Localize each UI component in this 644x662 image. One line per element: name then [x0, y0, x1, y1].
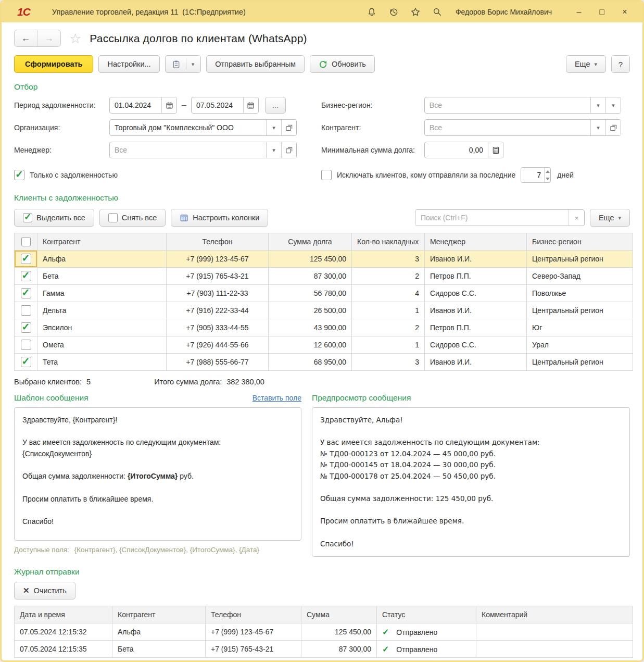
calendar-icon[interactable] — [161, 97, 176, 113]
exclude-days-input[interactable] — [521, 168, 544, 182]
stepper-up-icon[interactable] — [545, 168, 550, 175]
clients-table: Контрагент Телефон Сумма долга Кол-во на… — [14, 233, 633, 371]
row-checkbox[interactable] — [21, 288, 31, 298]
log-section-title: Журнал отправки — [14, 567, 630, 577]
paste-dropdown-button[interactable]: ▾ — [165, 55, 201, 73]
counterparty-input[interactable] — [425, 120, 590, 135]
more-button[interactable]: Еще ▾ — [566, 55, 606, 73]
column-header[interactable]: Контрагент — [37, 233, 167, 251]
column-header[interactable]: Телефон — [167, 233, 269, 251]
period-to-input[interactable] — [192, 97, 243, 113]
exclude-recent-checkbox[interactable] — [321, 170, 332, 180]
selected-count-label: Выбрано клиентов: — [14, 378, 82, 386]
cell-debt: 68 950,00 — [269, 354, 352, 371]
clear-all-label: Снять все — [122, 214, 157, 222]
cell-name: Дельта — [37, 302, 167, 319]
period-dash: – — [182, 101, 186, 110]
period-more-button[interactable]: ... — [265, 97, 286, 114]
chevron-down-icon[interactable]: ▾ — [605, 97, 621, 113]
notifications-bell-icon[interactable] — [363, 5, 381, 19]
cell-comment — [476, 641, 633, 658]
row-checkbox[interactable] — [21, 357, 31, 367]
column-header[interactable]: Кол-во накладных — [352, 233, 425, 251]
table-row[interactable]: 07.05.2024 12:15:32 Альфа +7 (999) 123-4… — [15, 623, 633, 641]
cell-invoices: 3 — [352, 354, 425, 371]
counterparty-combo: ▾ — [424, 119, 621, 136]
table-row[interactable]: Альфа +7 (999) 123-45-67 125 450,00 3 Ив… — [15, 251, 633, 268]
minimize-button[interactable]: – — [570, 5, 588, 19]
column-header[interactable]: Комментарий — [476, 606, 633, 623]
favorites-star-icon[interactable] — [407, 5, 424, 19]
generate-button[interactable]: Сформировать — [14, 55, 93, 73]
column-header[interactable]: Контрагент — [112, 606, 206, 623]
min-debt-input[interactable] — [425, 142, 488, 158]
table-row[interactable]: Дельта +7 (916) 222-33-44 26 500,00 1 Ив… — [15, 302, 633, 319]
row-checkbox[interactable] — [21, 271, 31, 281]
message-template-textarea[interactable]: Здравствуйте, {Контрагент}! У вас имеетс… — [14, 407, 301, 541]
table-row[interactable]: Гамма +7 (903) 111-22-33 56 780,00 4 Сид… — [15, 285, 633, 302]
row-checkbox[interactable] — [21, 305, 31, 316]
calculator-icon[interactable] — [488, 142, 503, 158]
close-button[interactable]: × — [615, 5, 634, 19]
maximize-button[interactable]: □ — [592, 5, 611, 19]
period-from-input[interactable] — [110, 97, 161, 113]
chevron-down-icon[interactable]: ▾ — [266, 120, 281, 135]
column-header[interactable]: Бизнес-регион — [527, 233, 633, 251]
chevron-down-icon[interactable]: ▾ — [590, 120, 605, 135]
clear-search-icon[interactable]: × — [569, 210, 584, 226]
settings-button[interactable]: Настройки... — [98, 55, 159, 73]
select-all-button[interactable]: Выделить все — [14, 209, 94, 227]
cell-manager: Сидоров С.С. — [425, 285, 527, 302]
refresh-button[interactable]: Обновить — [310, 55, 375, 73]
open-item-icon[interactable] — [281, 142, 296, 158]
row-checkbox[interactable] — [21, 322, 31, 333]
cell-phone: +7 (916) 222-33-44 — [167, 302, 269, 319]
search-icon[interactable] — [428, 5, 446, 19]
manager-input[interactable] — [110, 142, 266, 158]
region-combo: ▾ ▾ — [424, 97, 621, 114]
back-button[interactable]: ← — [15, 30, 37, 46]
open-item-icon[interactable] — [605, 120, 621, 135]
chevron-down-icon[interactable]: ▾ — [590, 97, 605, 113]
help-button[interactable]: ? — [611, 55, 630, 73]
history-icon[interactable] — [385, 5, 402, 19]
search-input[interactable] — [415, 210, 569, 226]
configure-columns-button[interactable]: Настроить колонки — [171, 209, 268, 227]
column-header[interactable]: Менеджер — [425, 233, 527, 251]
clear-log-button[interactable]: ✕ Очистить — [14, 582, 75, 599]
column-header[interactable]: Телефон — [206, 606, 301, 623]
table-row[interactable]: Омега +7 (926) 444-55-66 12 600,00 1 Сид… — [15, 336, 633, 354]
column-header[interactable]: Дата и время — [15, 606, 112, 623]
send-selected-button[interactable]: Отправить выбранным — [206, 55, 305, 73]
more-label: Еще — [575, 60, 590, 68]
table-row[interactable]: Бета +7 (915) 765-43-21 87 300,00 2 Петр… — [15, 268, 633, 285]
column-header[interactable]: Статус — [377, 606, 476, 623]
cell-debt: 43 900,00 — [269, 319, 352, 336]
preview-column: Предпросмотр сообщения Здравствуйте, Аль… — [312, 393, 630, 557]
clients-more-button[interactable]: Еще ▾ — [590, 209, 630, 227]
table-row[interactable]: Тета +7 (988) 555-66-77 68 950,00 3 Иван… — [15, 354, 633, 371]
user-name[interactable]: Федоров Борис Михайлович — [456, 8, 552, 16]
organization-input[interactable] — [110, 120, 266, 135]
calendar-icon[interactable] — [243, 97, 258, 113]
row-checkbox[interactable] — [21, 254, 31, 264]
chevron-down-icon[interactable]: ▾ — [266, 142, 281, 158]
select-all-header-checkbox[interactable] — [21, 237, 31, 246]
region-input[interactable] — [425, 97, 590, 113]
status-text: Отправлено — [396, 628, 437, 636]
cell-name: Бета — [112, 641, 206, 658]
column-header[interactable]: Сумма долга — [269, 233, 352, 251]
insert-field-link[interactable]: Вставить поле — [252, 394, 301, 402]
stepper-down-icon[interactable] — [545, 175, 550, 182]
table-row[interactable]: Эпсилон +7 (905) 333-44-55 43 900,00 2 П… — [15, 319, 633, 336]
open-item-icon[interactable] — [281, 120, 296, 135]
column-header[interactable]: Сумма — [301, 606, 377, 623]
search-field: × — [415, 209, 585, 226]
cell-invoices: 3 — [352, 251, 425, 268]
favorite-page-star-icon[interactable]: ☆ — [69, 32, 81, 45]
only-debt-checkbox[interactable] — [14, 170, 24, 180]
table-row[interactable]: 07.05.2024 12:15:35 Бета +7 (915) 765-43… — [15, 641, 633, 658]
row-checkbox[interactable] — [21, 340, 31, 350]
clear-all-button[interactable]: Снять все — [99, 209, 166, 227]
forward-button[interactable]: → — [37, 30, 60, 46]
